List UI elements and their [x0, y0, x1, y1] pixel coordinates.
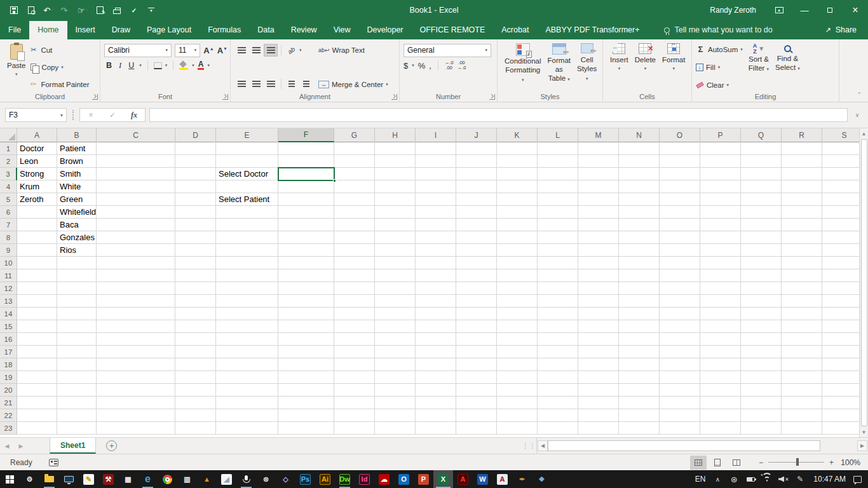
- cell-styles-button[interactable]: Cell Styles ▾: [574, 43, 600, 92]
- selected-cell-outline[interactable]: [278, 167, 335, 181]
- cell[interactable]: [375, 409, 416, 422]
- system-monitor-icon[interactable]: [59, 470, 79, 488]
- cell[interactable]: [782, 358, 822, 371]
- cell[interactable]: [538, 180, 578, 193]
- cell[interactable]: [334, 269, 375, 282]
- cell[interactable]: [216, 320, 278, 333]
- cell[interactable]: [700, 358, 741, 371]
- page-break-view-button[interactable]: [728, 456, 745, 470]
- cell[interactable]: [97, 346, 175, 358]
- cell[interactable]: [456, 346, 497, 358]
- cell[interactable]: [700, 231, 741, 244]
- cell[interactable]: [619, 244, 660, 257]
- cell[interactable]: [741, 231, 782, 244]
- cell[interactable]: [175, 282, 216, 295]
- cell[interactable]: [278, 142, 334, 155]
- ribbon-display-options-button[interactable]: ▴: [766, 0, 792, 20]
- horizontal-scroll-thumb[interactable]: [548, 440, 820, 451]
- cell[interactable]: [660, 282, 700, 295]
- cell[interactable]: [660, 231, 700, 244]
- cell[interactable]: [375, 384, 416, 396]
- ribbon-tab-acrobat[interactable]: Acrobat: [493, 21, 537, 39]
- cell[interactable]: [216, 409, 278, 422]
- ribbon-tab-review[interactable]: Review: [283, 21, 325, 39]
- decrease-indent-button[interactable]: [285, 78, 299, 90]
- cell[interactable]: [416, 384, 456, 396]
- tray-obs-icon[interactable]: ⊛: [726, 470, 742, 488]
- cell[interactable]: [660, 308, 700, 320]
- volume-muted-icon[interactable]: ✕: [775, 470, 792, 488]
- autosum-button[interactable]: ΣAutoSum▾: [696, 43, 743, 55]
- cell[interactable]: [17, 333, 57, 346]
- cell[interactable]: [216, 269, 278, 282]
- sort-filter-button[interactable]: AZ▼ Sort & Filter ▾: [745, 43, 772, 92]
- cell[interactable]: [334, 206, 375, 219]
- cell[interactable]: [375, 142, 416, 155]
- cell[interactable]: [660, 142, 700, 155]
- cell[interactable]: [660, 193, 700, 206]
- cell[interactable]: [538, 244, 578, 257]
- cell[interactable]: [578, 180, 619, 193]
- number-format-combo[interactable]: General▾: [403, 44, 491, 57]
- cell[interactable]: [416, 371, 456, 384]
- cell[interactable]: [216, 308, 278, 320]
- collapse-ribbon-button[interactable]: ⌃: [857, 92, 862, 98]
- cell[interactable]: [619, 193, 660, 206]
- row-header-13[interactable]: 13: [0, 295, 17, 308]
- sheet-tab-sheet1[interactable]: Sheet1: [50, 438, 96, 454]
- fill-handle[interactable]: [333, 179, 336, 182]
- cell[interactable]: [278, 295, 334, 308]
- cell[interactable]: [538, 206, 578, 219]
- ribbon-tab-abbyy-pdf-transformer[interactable]: ABBYY PDF Transformer+: [537, 21, 648, 39]
- cell[interactable]: [782, 193, 822, 206]
- comma-style-button[interactable]: ,: [429, 61, 431, 71]
- file-explorer-icon[interactable]: [39, 470, 59, 488]
- cell[interactable]: [456, 155, 497, 168]
- cell[interactable]: [375, 282, 416, 295]
- find-select-button[interactable]: Find & Select ▾: [772, 43, 803, 92]
- cell[interactable]: [334, 180, 375, 193]
- column-header-H[interactable]: H: [375, 128, 416, 142]
- wrap-text-button[interactable]: ab↩Wrap Text: [318, 44, 388, 56]
- tab-scrollbar-splitter[interactable]: ⋮⋮: [522, 438, 536, 454]
- cell[interactable]: [334, 193, 375, 206]
- wifi-icon[interactable]: *: [759, 470, 775, 488]
- cell[interactable]: [416, 155, 456, 168]
- name-box[interactable]: F3 ▾: [5, 108, 67, 122]
- cell[interactable]: [375, 308, 416, 320]
- new-sheet-button[interactable]: +: [106, 440, 117, 451]
- cell[interactable]: [497, 269, 538, 282]
- cell[interactable]: [334, 422, 375, 435]
- cell[interactable]: [782, 333, 822, 346]
- cancel-entry-button[interactable]: ×: [80, 111, 102, 119]
- cell[interactable]: [497, 206, 538, 219]
- settings-icon[interactable]: ⚙: [20, 470, 39, 488]
- cell[interactable]: [97, 193, 175, 206]
- cell[interactable]: [578, 358, 619, 371]
- cell[interactable]: [578, 219, 619, 231]
- cell[interactable]: [741, 180, 782, 193]
- cell[interactable]: [175, 219, 216, 231]
- cell[interactable]: [416, 346, 456, 358]
- font-size-combo[interactable]: 11▾: [175, 44, 200, 57]
- cell[interactable]: [375, 155, 416, 168]
- restore-button[interactable]: [817, 0, 843, 20]
- cell[interactable]: [700, 282, 741, 295]
- cell[interactable]: [497, 193, 538, 206]
- cell[interactable]: [538, 295, 578, 308]
- cell[interactable]: [17, 396, 57, 409]
- cell[interactable]: [741, 295, 782, 308]
- spelling-icon[interactable]: ✓: [126, 3, 142, 18]
- cell[interactable]: [741, 155, 782, 168]
- cell[interactable]: [278, 346, 334, 358]
- touch-mouse-mode-icon[interactable]: ☞▾: [75, 3, 90, 18]
- cell[interactable]: [538, 422, 578, 435]
- row-header-22[interactable]: 22: [0, 409, 17, 422]
- cell[interactable]: [334, 231, 375, 244]
- cell[interactable]: [334, 219, 375, 231]
- cell[interactable]: [700, 346, 741, 358]
- cell[interactable]: [619, 422, 660, 435]
- cell[interactable]: [216, 396, 278, 409]
- cell[interactable]: [741, 193, 782, 206]
- cell[interactable]: [782, 282, 822, 295]
